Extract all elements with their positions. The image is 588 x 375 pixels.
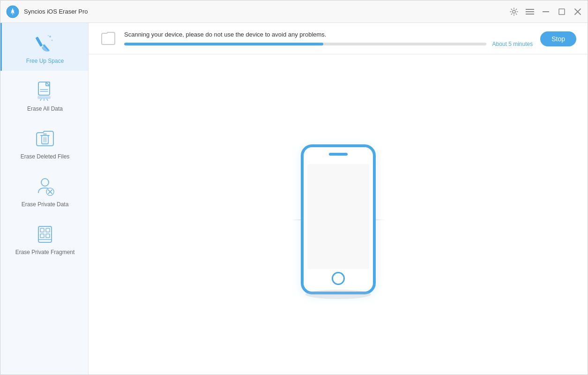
sidebar-item-free-up-space[interactable]: Free Up Space (0, 23, 88, 71)
scan-message: Scanning your device, please do not use … (124, 31, 533, 38)
maximize-icon[interactable] (558, 8, 566, 16)
stop-button[interactable]: Stop (540, 31, 576, 46)
app-logo (6, 5, 19, 18)
erase-private-fragment-label: Erase Private Fragment (15, 249, 75, 255)
progress-row: About 5 minutes (124, 41, 533, 47)
svg-rect-21 (42, 135, 48, 144)
svg-rect-33 (40, 234, 44, 238)
free-up-space-label: Free Up Space (26, 58, 64, 64)
svg-line-18 (40, 99, 41, 101)
erase-all-data-icon (34, 79, 56, 102)
settings-icon[interactable] (510, 8, 518, 16)
svg-rect-6 (559, 9, 565, 15)
free-up-space-icon (34, 31, 56, 54)
progress-fill (124, 43, 323, 45)
scan-bar-content: Scanning your device, please do not use … (124, 31, 533, 47)
erase-deleted-files-icon (34, 127, 56, 150)
app-title: Syncios iOS Eraser Pro (24, 8, 510, 15)
sidebar-item-erase-deleted-files[interactable]: Erase Deleted Files (0, 119, 88, 166)
svg-rect-9 (35, 37, 43, 47)
svg-point-11 (52, 40, 53, 41)
window-controls (510, 8, 582, 16)
main-layout: Free Up Space (0, 23, 588, 375)
folder-scan-icon (100, 30, 117, 47)
svg-rect-17 (37, 96, 51, 99)
svg-rect-34 (46, 234, 50, 238)
svg-point-12 (48, 35, 49, 36)
erase-private-fragment-icon (34, 223, 56, 245)
illustration-area (89, 54, 588, 375)
svg-point-26 (41, 179, 49, 186)
phone-home-button (332, 272, 345, 285)
title-bar: Syncios iOS Eraser Pro (0, 0, 588, 23)
sidebar-item-erase-all-data[interactable]: Erase All Data (0, 71, 88, 119)
sidebar: Free Up Space (0, 23, 89, 375)
close-icon[interactable] (573, 8, 582, 16)
svg-point-1 (513, 10, 515, 13)
app-window: Syncios iOS Eraser Pro (0, 0, 588, 375)
menu-icon[interactable] (526, 8, 534, 16)
time-estimate: About 5 minutes (492, 41, 533, 47)
phone-body (301, 144, 376, 294)
phone-speaker (329, 153, 348, 156)
svg-rect-32 (46, 228, 50, 232)
svg-rect-31 (40, 228, 44, 232)
progress-track (124, 43, 486, 45)
erase-all-data-label: Erase All Data (27, 105, 63, 112)
sidebar-item-erase-private-data[interactable]: Erase Private Data (0, 166, 88, 214)
erase-private-data-label: Erase Private Data (22, 201, 69, 208)
scan-bar: Scanning your device, please do not use … (89, 23, 588, 54)
erase-private-data-icon (34, 175, 56, 197)
sidebar-item-erase-private-fragment[interactable]: Erase Private Fragment (0, 214, 88, 262)
phone-shadow (305, 290, 371, 299)
phone-screen (307, 164, 369, 269)
content-area: Scanning your device, please do not use … (89, 23, 588, 375)
minimize-icon[interactable] (542, 8, 550, 16)
erase-deleted-files-label: Erase Deleted Files (21, 153, 70, 160)
svg-point-10 (49, 36, 51, 38)
svg-line-20 (47, 99, 48, 101)
phone-illustration (291, 126, 385, 304)
